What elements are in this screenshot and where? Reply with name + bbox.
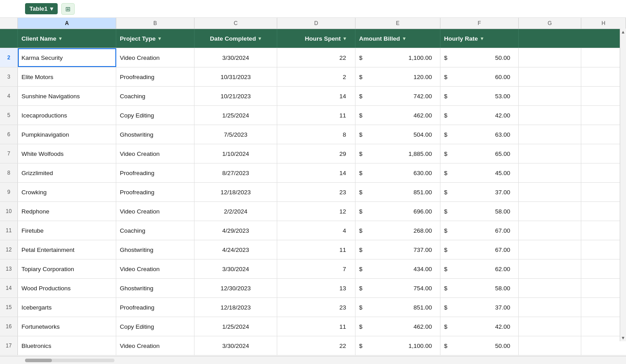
col-letter-e[interactable]: E [355, 18, 440, 29]
col-letter-a[interactable]: A [18, 18, 116, 29]
cell-project-type[interactable]: Copy Editing [116, 106, 195, 125]
cell-date-completed[interactable]: 3/30/2024 [195, 259, 277, 278]
cell-project-type[interactable]: Proofreading [116, 67, 195, 86]
cell-date-completed[interactable]: 2/2/2024 [195, 202, 277, 221]
cell-hourly-rate[interactable]: $ 62.00 [440, 259, 519, 278]
cell-amount-billed[interactable]: $ 737.00 [355, 240, 440, 259]
cell-hours-spent[interactable]: 14 [277, 163, 355, 182]
cell-project-type[interactable]: Video Creation [116, 336, 195, 355]
cell-project-type[interactable]: Ghostwriting [116, 279, 195, 297]
table-row[interactable]: 2 Karma Security Video Creation 3/30/202… [0, 48, 626, 67]
cell-client-name[interactable]: Icecaproductions [18, 106, 116, 125]
cell-client-name[interactable]: Sunshine Navigations [18, 87, 116, 105]
cell-hourly-rate[interactable]: $ 50.00 [440, 336, 519, 355]
cell-amount-billed[interactable]: $ 1,885.00 [355, 144, 440, 163]
cell-client-name[interactable]: Karma Security [18, 48, 116, 67]
hourly-rate-dropdown-icon[interactable]: ▾ [481, 36, 483, 42]
col-letter-h[interactable]: H [581, 18, 626, 29]
cell-project-type[interactable]: Proofreading [116, 163, 195, 182]
cell-hourly-rate[interactable]: $ 63.00 [440, 125, 519, 144]
cell-hours-spent[interactable]: 11 [277, 317, 355, 336]
table-row[interactable]: 4 Sunshine Navigations Coaching 10/21/20… [0, 87, 626, 106]
cell-hours-spent[interactable]: 13 [277, 279, 355, 297]
hours-spent-dropdown-icon[interactable]: ▾ [343, 36, 346, 42]
col-letter-g[interactable]: G [519, 18, 581, 29]
amount-billed-dropdown-icon[interactable]: ▾ [403, 36, 406, 42]
cell-client-name[interactable]: Fortunetworks [18, 317, 116, 336]
cell-amount-billed[interactable]: $ 434.00 [355, 259, 440, 278]
project-type-dropdown-icon[interactable]: ▾ [158, 36, 161, 42]
cell-amount-billed[interactable]: $ 696.00 [355, 202, 440, 221]
cell-hourly-rate[interactable]: $ 50.00 [440, 48, 519, 67]
table-row[interactable]: 7 White Wolfoods Video Creation 1/10/202… [0, 144, 626, 163]
table-name-button[interactable]: Table1 ▾ [25, 3, 58, 14]
table-row[interactable]: 12 Petal Entertainment Ghostwriting 4/24… [0, 240, 626, 259]
table-grid-icon-button[interactable]: ⊞ [61, 3, 75, 15]
cell-client-name[interactable]: Pumpkinavigation [18, 125, 116, 144]
cell-hourly-rate[interactable]: $ 60.00 [440, 67, 519, 86]
cell-amount-billed[interactable]: $ 120.00 [355, 67, 440, 86]
cell-amount-billed[interactable]: $ 630.00 [355, 163, 440, 182]
col-letter-f[interactable]: F [440, 18, 519, 29]
cell-amount-billed[interactable]: $ 462.00 [355, 106, 440, 125]
header-client-name[interactable]: Client Name ▾ [18, 29, 116, 48]
horizontal-scrollbar-thumb[interactable] [25, 359, 52, 362]
cell-hours-spent[interactable]: 7 [277, 259, 355, 278]
cell-amount-billed[interactable]: $ 742.00 [355, 87, 440, 105]
cell-date-completed[interactable]: 4/29/2023 [195, 221, 277, 240]
cell-date-completed[interactable]: 10/31/2023 [195, 67, 277, 86]
table-row[interactable]: 13 Topiary Corporation Video Creation 3/… [0, 259, 626, 279]
cell-project-type[interactable]: Copy Editing [116, 317, 195, 336]
table-row[interactable]: 8 Grizzlimited Proofreading 8/27/2023 14… [0, 163, 626, 183]
col-letter-b[interactable]: B [116, 18, 195, 29]
cell-client-name[interactable]: Grizzlimited [18, 163, 116, 182]
cell-date-completed[interactable]: 12/18/2023 [195, 183, 277, 201]
table-row[interactable]: 3 Elite Motors Proofreading 10/31/2023 2… [0, 67, 626, 87]
cell-client-name[interactable]: Redphone [18, 202, 116, 221]
cell-hours-spent[interactable]: 11 [277, 240, 355, 259]
cell-client-name[interactable]: Firetube [18, 221, 116, 240]
cell-hours-spent[interactable]: 22 [277, 48, 355, 67]
cell-project-type[interactable]: Video Creation [116, 259, 195, 278]
cell-date-completed[interactable]: 1/10/2024 [195, 144, 277, 163]
header-hours-spent[interactable]: Hours Spent ▾ [277, 29, 355, 48]
cell-client-name[interactable]: Icebergarts [18, 298, 116, 317]
col-letter-c[interactable]: C [195, 18, 277, 29]
cell-hourly-rate[interactable]: $ 42.00 [440, 317, 519, 336]
header-project-type[interactable]: Project Type ▾ [116, 29, 195, 48]
cell-hours-spent[interactable]: 23 [277, 183, 355, 201]
cell-date-completed[interactable]: 12/18/2023 [195, 298, 277, 317]
scroll-up-arrow[interactable]: ▲ [621, 29, 626, 34]
cell-client-name[interactable]: Bluetronics [18, 336, 116, 355]
col-letter-d[interactable]: D [277, 18, 355, 29]
cell-hours-spent[interactable]: 23 [277, 298, 355, 317]
cell-date-completed[interactable]: 7/5/2023 [195, 125, 277, 144]
table-row[interactable]: 5 Icecaproductions Copy Editing 1/25/202… [0, 106, 626, 125]
cell-hours-spent[interactable]: 2 [277, 67, 355, 86]
cell-client-name[interactable]: Wood Productions [18, 279, 116, 297]
table-row[interactable]: 15 Icebergarts Proofreading 12/18/2023 2… [0, 298, 626, 317]
cell-project-type[interactable]: Proofreading [116, 183, 195, 201]
cell-hourly-rate[interactable]: $ 37.00 [440, 298, 519, 317]
cell-amount-billed[interactable]: $ 504.00 [355, 125, 440, 144]
cell-hours-spent[interactable]: 22 [277, 336, 355, 355]
cell-hours-spent[interactable]: 4 [277, 221, 355, 240]
cell-project-type[interactable]: Video Creation [116, 144, 195, 163]
table-row[interactable]: 10 Redphone Video Creation 2/2/2024 12 $… [0, 202, 626, 221]
cell-project-type[interactable]: Coaching [116, 221, 195, 240]
header-amount-billed[interactable]: Amount Billed ▾ [355, 29, 440, 48]
cell-hours-spent[interactable]: 8 [277, 125, 355, 144]
cell-client-name[interactable]: Crowking [18, 183, 116, 201]
table-row[interactable]: 11 Firetube Coaching 4/29/2023 4 $ 268.0… [0, 221, 626, 240]
cell-project-type[interactable]: Proofreading [116, 298, 195, 317]
cell-date-completed[interactable]: 10/21/2023 [195, 87, 277, 105]
cell-hourly-rate[interactable]: $ 58.00 [440, 202, 519, 221]
cell-amount-billed[interactable]: $ 268.00 [355, 221, 440, 240]
cell-amount-billed[interactable]: $ 851.00 [355, 183, 440, 201]
cell-client-name[interactable]: Elite Motors [18, 67, 116, 86]
cell-hours-spent[interactable]: 11 [277, 106, 355, 125]
header-hourly-rate[interactable]: Hourly Rate ▾ [440, 29, 519, 48]
cell-project-type[interactable]: Video Creation [116, 48, 195, 67]
cell-hours-spent[interactable]: 12 [277, 202, 355, 221]
cell-client-name[interactable]: Petal Entertainment [18, 240, 116, 259]
